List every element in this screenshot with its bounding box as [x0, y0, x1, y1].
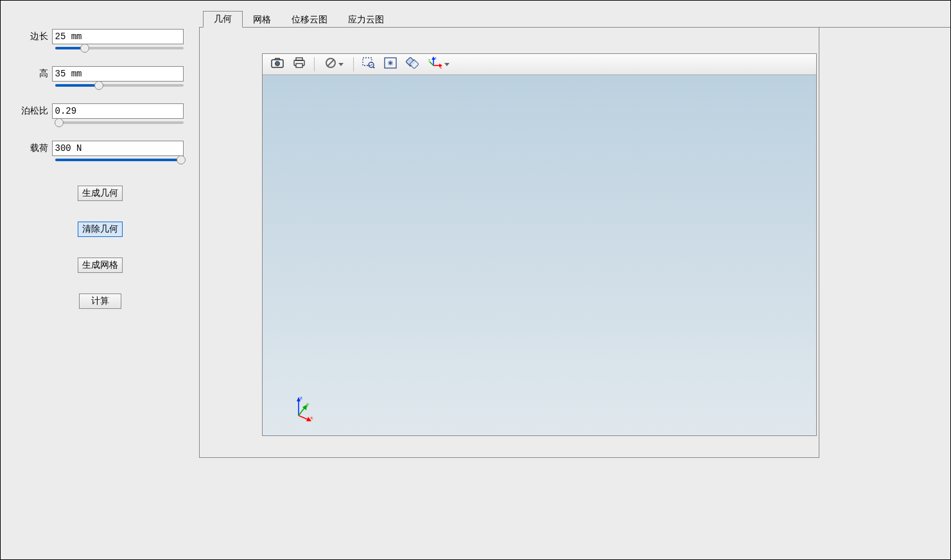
- viewport-toolbar: z x y: [263, 54, 816, 75]
- camera-icon: [271, 58, 284, 71]
- input-load[interactable]: [52, 141, 184, 156]
- input-height[interactable]: [52, 66, 184, 82]
- label-length: 边长: [17, 31, 52, 42]
- viewport-3d[interactable]: z x y: [263, 75, 816, 435]
- print-button[interactable]: [290, 55, 309, 73]
- label-poisson: 泊松比: [17, 105, 52, 117]
- generate-geometry-button[interactable]: 生成几何: [78, 186, 123, 201]
- param-row-height: 高: [17, 66, 184, 82]
- transparency-icon: [406, 57, 419, 71]
- svg-point-1: [275, 62, 280, 66]
- chevron-down-icon: [444, 63, 449, 66]
- svg-point-11: [390, 62, 392, 64]
- tab-stress[interactable]: 应力云图: [338, 12, 394, 28]
- label-load: 载荷: [17, 143, 52, 154]
- zoom-box-button[interactable]: [359, 55, 378, 73]
- toolbar-separator: [314, 57, 315, 71]
- svg-line-18: [430, 62, 433, 66]
- param-row-poisson: 泊松比: [17, 103, 184, 119]
- svg-point-8: [369, 62, 374, 67]
- printer-icon: [293, 57, 306, 71]
- axis-triad: z x y: [287, 393, 317, 423]
- tab-bar: 几何 网格 位移云图 应力云图: [199, 12, 950, 28]
- svg-rect-4: [296, 64, 302, 67]
- input-length[interactable]: [52, 29, 184, 44]
- slider-load[interactable]: [17, 159, 184, 161]
- viewport-3d-container: z x y: [262, 53, 817, 436]
- toolbar-separator: [353, 57, 354, 71]
- svg-line-9: [373, 67, 374, 68]
- zoom-extents-button[interactable]: [381, 55, 400, 73]
- content-area: 几何 网格 位移云图 应力云图: [199, 1, 950, 559]
- axis-x-label: x: [310, 414, 313, 421]
- param-row-load: 载荷: [17, 141, 184, 156]
- param-row-length: 边长: [17, 29, 184, 44]
- screenshot-button[interactable]: [268, 55, 287, 73]
- slider-poisson[interactable]: [17, 121, 184, 124]
- axis-orientation-button[interactable]: z x y: [424, 55, 453, 73]
- svg-line-6: [327, 60, 334, 66]
- axis-z-label: z: [300, 394, 302, 401]
- disable-button[interactable]: [320, 55, 348, 73]
- input-poisson[interactable]: [52, 103, 184, 119]
- chevron-down-icon: [338, 63, 344, 66]
- label-height: 高: [17, 68, 52, 80]
- transparency-button[interactable]: [403, 55, 422, 73]
- svg-text:y: y: [428, 58, 430, 62]
- tab-geometry[interactable]: 几何: [203, 11, 243, 28]
- zoom-box-icon: [362, 57, 375, 71]
- svg-text:z: z: [435, 57, 437, 60]
- compute-button[interactable]: 计算: [79, 293, 121, 309]
- slider-height[interactable]: [17, 84, 184, 87]
- axis-icon: z x y: [428, 57, 442, 72]
- generate-mesh-button[interactable]: 生成网格: [78, 258, 123, 273]
- tab-panel-geometry: z x y: [199, 28, 819, 458]
- slider-length[interactable]: [17, 47, 184, 49]
- svg-text:x: x: [440, 66, 442, 69]
- tab-mesh[interactable]: 网格: [243, 12, 281, 28]
- zoom-extents-icon: [384, 57, 397, 71]
- svg-rect-7: [363, 58, 372, 66]
- no-entry-icon: [325, 57, 336, 71]
- tab-displacement[interactable]: 位移云图: [281, 12, 338, 28]
- sidebar-panel: 边长 高 泊松比: [1, 1, 199, 559]
- axis-y-label: y: [306, 401, 310, 407]
- clear-geometry-button[interactable]: 清除几何: [78, 222, 123, 237]
